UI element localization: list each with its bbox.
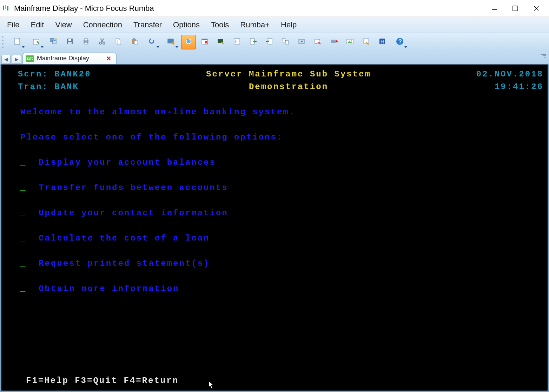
save-icon	[66, 37, 74, 47]
app-icon	[2, 4, 11, 13]
import-icon	[249, 37, 257, 47]
print-button[interactable]	[79, 35, 93, 49]
menu-rumba-plus[interactable]: Rumba+	[235, 18, 274, 32]
option-input-field[interactable]: _	[20, 232, 26, 245]
session-tab[interactable]: 3270 Mainframe Display ✕	[22, 53, 117, 64]
scrn-label: Scrn:	[18, 69, 48, 79]
paste-button[interactable]	[127, 35, 142, 49]
close-button[interactable]	[526, 0, 547, 17]
svg-point-44	[351, 40, 352, 41]
keypad-button[interactable]: 5	[230, 35, 244, 49]
svg-text:5: 5	[235, 39, 238, 44]
svg-rect-41	[331, 40, 336, 43]
option-input-field[interactable]: _	[20, 207, 26, 219]
macro-play-button[interactable]	[294, 35, 309, 49]
record-button[interactable]	[326, 35, 341, 49]
svg-rect-13	[68, 39, 71, 41]
menu-option: _ Request printed statement(s)	[20, 257, 543, 270]
transfer-queue-button[interactable]	[278, 35, 293, 49]
svg-rect-1	[5, 5, 6, 9]
photo-button[interactable]	[343, 35, 357, 49]
macro-edit-button[interactable]	[310, 35, 325, 49]
tab-next-button[interactable]: ▶	[12, 55, 21, 64]
prompt-text: Please select one of the following optio…	[6, 131, 543, 144]
option-input-field[interactable]: _	[20, 182, 26, 194]
menu-transfer[interactable]: Transfer	[128, 18, 167, 32]
undo-button[interactable]	[143, 35, 161, 49]
refresh-button[interactable]	[181, 35, 196, 49]
minimize-button[interactable]	[484, 0, 505, 17]
calendar-flag-button[interactable]	[197, 35, 212, 49]
svg-rect-26	[134, 41, 138, 45]
macro-edit-icon	[313, 37, 322, 47]
svg-rect-31	[202, 39, 207, 40]
tran-label: Tran:	[18, 82, 48, 92]
cleanup-button[interactable]	[359, 35, 373, 49]
option-input-field[interactable]: _	[20, 283, 26, 295]
dropdown-arrow-icon	[41, 46, 44, 48]
header-title: Server Mainframe Sub System	[139, 68, 438, 81]
tab-prev-button[interactable]: ◀	[1, 55, 11, 64]
open-recent-button[interactable]	[27, 35, 45, 49]
history-icon: H	[378, 37, 386, 47]
tab-close-icon[interactable]: ✕	[106, 55, 111, 62]
copy-icon	[114, 37, 123, 47]
menu-edit[interactable]: Edit	[26, 18, 49, 32]
copy-button[interactable]	[111, 35, 126, 49]
screen-settings-button[interactable]	[162, 35, 180, 49]
svg-rect-17	[85, 42, 87, 44]
refresh-icon	[184, 37, 193, 47]
svg-rect-16	[85, 39, 87, 41]
option-input-field[interactable]: _	[20, 156, 26, 169]
mouse-cursor-icon	[209, 381, 214, 389]
cut-icon	[98, 37, 106, 47]
screen-settings-icon	[167, 37, 175, 47]
window-arrange-icon	[49, 37, 58, 47]
display-edit-icon	[217, 37, 225, 47]
menu-option: _ Transfer funds between accounts	[20, 182, 543, 194]
svg-text:?: ?	[398, 39, 402, 45]
new-document-button[interactable]	[8, 35, 26, 49]
window-arrange-button[interactable]	[46, 35, 61, 49]
help-icon: ?	[396, 37, 404, 47]
terminal-frame: Scrn: BANK20 Server Mainframe Sub System…	[0, 64, 549, 392]
print-icon	[82, 37, 90, 47]
toolbar: 5H?	[0, 33, 549, 51]
svg-rect-2	[7, 6, 8, 11]
welcome-text: Welcome to the almost on-line banking sy…	[6, 106, 543, 119]
transfer-queue-icon	[281, 37, 290, 47]
record-icon	[330, 37, 338, 47]
keypad-icon: 5	[233, 37, 241, 47]
display-edit-button[interactable]	[213, 35, 228, 49]
menu-option: _ Obtain more information	[20, 283, 543, 295]
window-title: Mainframe Display - Micro Focus Rumba	[14, 4, 154, 13]
menu-view[interactable]: View	[50, 18, 77, 32]
export-button[interactable]	[262, 35, 277, 49]
paste-icon	[130, 37, 139, 47]
import-button[interactable]	[246, 35, 260, 49]
new-document-icon	[13, 37, 21, 47]
help-button[interactable]: ?	[391, 35, 409, 49]
window-titlebar: Mainframe Display - Micro Focus Rumba	[0, 0, 549, 17]
menu-file[interactable]: File	[2, 18, 24, 32]
save-button[interactable]	[62, 35, 77, 49]
scrn-value: BANK20	[54, 69, 91, 79]
svg-point-42	[336, 40, 338, 42]
menubar: File Edit View Connection Transfer Optio…	[0, 17, 549, 33]
tab-strip: ◀ ▶ 3270 Mainframe Display ✕	[0, 51, 549, 64]
option-input-field[interactable]: _	[20, 257, 26, 270]
history-button[interactable]: H	[375, 35, 390, 49]
menu-connection[interactable]: Connection	[78, 18, 127, 32]
option-label: Obtain more information	[39, 283, 179, 295]
toolbar-grip[interactable]	[2, 35, 6, 49]
menu-tools[interactable]: Tools	[206, 18, 234, 32]
terminal-screen[interactable]: Scrn: BANK20 Server Mainframe Sub System…	[1, 65, 548, 391]
tab-overflow-icon[interactable]	[541, 54, 546, 60]
maximize-button[interactable]	[505, 0, 526, 17]
menu-options[interactable]: Options	[168, 18, 205, 32]
header-time: 19:41:26	[438, 81, 543, 93]
cut-button[interactable]	[95, 35, 110, 49]
menu-help[interactable]: Help	[276, 18, 302, 32]
tran-value: BANK	[54, 82, 79, 92]
svg-rect-14	[68, 42, 72, 44]
